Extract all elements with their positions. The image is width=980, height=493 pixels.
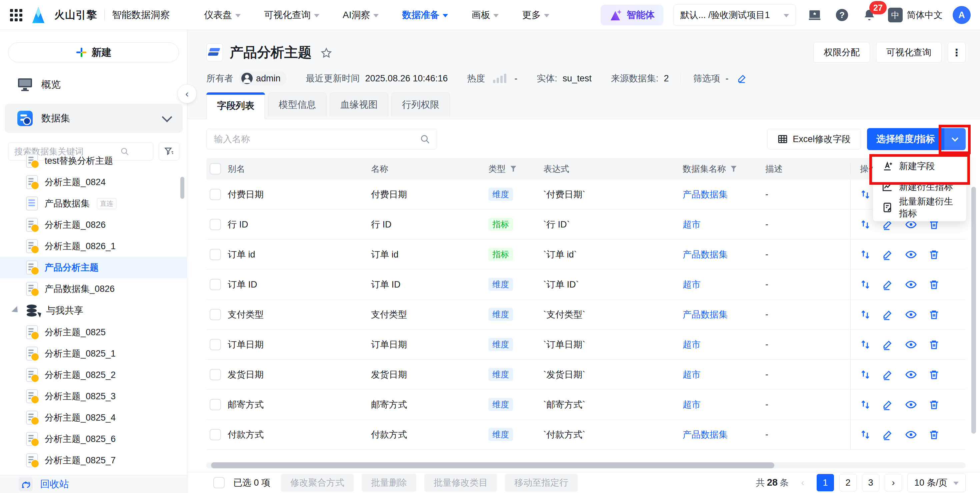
edit-pencil-icon[interactable] (882, 338, 894, 351)
select-dim-metric-dropdown-toggle[interactable] (944, 128, 966, 150)
console-icon[interactable] (806, 6, 823, 24)
cell-dataset-link[interactable]: 超市 (682, 338, 765, 351)
col-dataset[interactable]: 数据集名称 (682, 163, 765, 175)
sidebar-scrollbar[interactable] (180, 177, 185, 199)
sidebar-dataset-item[interactable]: 分析主题_0825_1 (0, 343, 187, 364)
bulk-action-button[interactable]: 批量删除 (362, 474, 416, 491)
col-alias[interactable]: 别名 (228, 163, 371, 175)
edit-pencil-icon[interactable] (882, 399, 894, 411)
edit-filter-icon[interactable] (737, 73, 747, 83)
table-horizontal-scrollbar[interactable] (206, 462, 966, 468)
edit-pencil-icon[interactable] (882, 369, 894, 381)
source-dataset-count[interactable]: 2 (663, 73, 669, 84)
new-button[interactable]: 新建 (8, 42, 179, 62)
sort-move-icon[interactable] (859, 338, 871, 351)
sort-move-icon[interactable] (859, 279, 871, 290)
sidebar-dataset-item[interactable]: 分析主题_0825_3 (0, 386, 187, 407)
next-page-button[interactable]: › (885, 474, 902, 491)
row-checkbox[interactable] (210, 219, 221, 230)
bulk-action-button[interactable]: 批量修改类目 (424, 474, 497, 491)
sidebar-dataset-item[interactable]: 分析主题_0824 (0, 171, 187, 193)
sidebar-section-shared[interactable]: 与我共享 (0, 300, 187, 322)
user-avatar[interactable]: A (953, 6, 970, 24)
cell-dataset-link[interactable]: 产品数据集 (682, 188, 765, 201)
sidebar-dataset-item[interactable]: 产品数据集 直连 (0, 193, 187, 214)
sidebar-collapse-button[interactable]: ‹ (177, 84, 197, 104)
sidebar-dataset-item[interactable]: 分析主题_0825 (0, 322, 187, 343)
nav-item[interactable]: 仪表盘 (204, 9, 241, 21)
scrollbar-thumb[interactable] (211, 462, 774, 468)
view-eye-icon[interactable] (905, 248, 917, 261)
select-dim-metric-button[interactable]: 选择维度/指标 (867, 128, 944, 150)
sort-move-icon[interactable] (859, 429, 871, 440)
row-checkbox[interactable] (210, 429, 221, 440)
col-description[interactable]: 描述 (765, 163, 850, 175)
cell-dataset-link[interactable]: 产品数据集 (682, 249, 765, 260)
sidebar-dataset-item[interactable]: 产品数据集_0826 (0, 278, 187, 300)
menu-item-new-field[interactable]: 新建字段 (873, 156, 966, 177)
cell-dataset-link[interactable]: 产品数据集 (682, 308, 765, 321)
col-type[interactable]: 类型 (488, 163, 543, 175)
nav-item[interactable]: 可视化查询 (264, 9, 319, 21)
tab[interactable]: 行列权限 (391, 93, 450, 116)
tab[interactable]: 模型信息 (268, 93, 327, 116)
select-all-checkbox[interactable] (210, 163, 221, 174)
sidebar-dataset-item[interactable]: 分析主题_0826 (0, 214, 187, 236)
tab[interactable]: 字段列表 (206, 93, 265, 119)
cell-dataset-link[interactable]: 超市 (682, 369, 765, 381)
delete-trash-icon[interactable] (928, 308, 940, 321)
row-checkbox[interactable] (210, 369, 221, 380)
edit-pencil-icon[interactable] (882, 429, 894, 440)
excel-edit-fields-button[interactable]: Excel修改字段 (767, 129, 861, 150)
sidebar-dataset-item[interactable]: 分析主题_0825_2 (0, 364, 187, 386)
edit-pencil-icon[interactable] (882, 249, 894, 260)
view-eye-icon[interactable] (905, 338, 917, 351)
bulk-action-button[interactable]: 移动至指定行 (505, 474, 578, 491)
filter-funnel-icon[interactable] (509, 164, 518, 173)
delete-trash-icon[interactable] (928, 399, 940, 411)
cell-dataset-link[interactable]: 产品数据集 (682, 429, 765, 440)
row-checkbox[interactable] (210, 279, 221, 290)
row-checkbox[interactable] (210, 249, 221, 260)
favorite-star-icon[interactable] (320, 47, 332, 59)
sort-move-icon[interactable] (859, 219, 871, 230)
prev-page-button[interactable]: ‹ (794, 474, 811, 491)
field-search-input[interactable] (206, 129, 437, 150)
cell-dataset-link[interactable]: 超市 (682, 219, 765, 230)
view-eye-icon[interactable] (905, 398, 917, 411)
nav-item[interactable]: 画板 (471, 9, 499, 21)
permission-assign-button[interactable]: 权限分配 (813, 42, 870, 63)
row-checkbox[interactable] (210, 339, 221, 350)
visual-query-button[interactable]: 可视化查询 (876, 42, 942, 63)
col-name[interactable]: 名称 (371, 163, 488, 175)
sidebar-dataset-item[interactable]: test替换分析主题 (0, 150, 187, 171)
table-vertical-scrollbar[interactable] (971, 187, 976, 434)
row-checkbox[interactable] (210, 309, 221, 320)
tab[interactable]: 血缘视图 (330, 93, 388, 116)
view-eye-icon[interactable] (905, 368, 917, 381)
nav-item[interactable]: 数据准备 (402, 9, 448, 21)
edit-pencil-icon[interactable] (882, 279, 894, 290)
sort-move-icon[interactable] (859, 369, 871, 381)
sidebar-dataset-item[interactable]: 分析主题_0826_1 (0, 236, 187, 257)
sidebar-item-recycle-bin[interactable]: 回收站 (0, 475, 187, 493)
collapse-triangle-icon[interactable] (12, 306, 21, 315)
nav-item[interactable]: 更多 (522, 9, 549, 21)
sort-move-icon[interactable] (859, 308, 871, 321)
view-eye-icon[interactable] (905, 308, 917, 321)
sidebar-dataset-item[interactable]: 分析主题_0825_4 (0, 407, 187, 428)
page-button-2[interactable]: 2 (839, 474, 857, 491)
filter-funnel-icon[interactable] (729, 164, 738, 173)
row-checkbox[interactable] (210, 399, 221, 410)
delete-trash-icon[interactable] (928, 338, 940, 351)
cell-dataset-link[interactable]: 超市 (682, 279, 765, 290)
page-size-selector[interactable]: 10 条/页 (907, 473, 966, 492)
footer-select-all-checkbox[interactable] (213, 477, 225, 488)
row-checkbox[interactable] (210, 189, 221, 200)
agent-button[interactable]: 智能体 (601, 5, 663, 26)
page-button-3[interactable]: 3 (862, 474, 879, 491)
menu-item-batch-new-derived-metric[interactable]: 批量新建衍生指标 (873, 197, 966, 218)
more-actions-button[interactable]: ⋮ (948, 42, 966, 63)
view-eye-icon[interactable] (905, 278, 917, 291)
view-eye-icon[interactable] (905, 428, 917, 441)
